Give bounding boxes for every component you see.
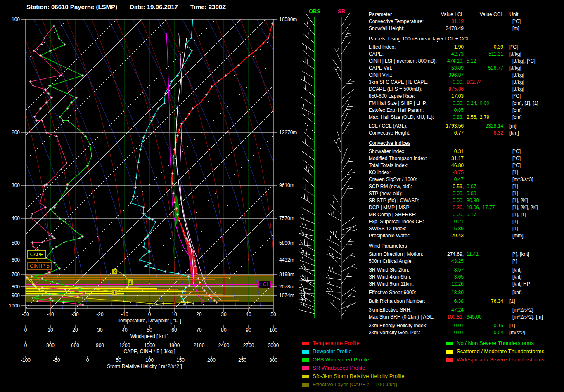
svg-text:Windspeed [ knt ]: Windspeed [ knt ] [130,333,169,339]
wind-barb [303,177,315,187]
wind-barb [328,213,341,221]
wind-barb [337,130,341,144]
legend-item: Sfc-3km Storm Relative Helicity Profile [302,372,405,380]
svg-text:1500: 1500 [144,342,155,348]
svg-text:50: 50 [147,327,152,333]
svg-text:-50: -50 [22,312,29,317]
wind-barb [341,239,351,251]
svg-text:2400: 2400 [218,342,230,348]
wind-barb [302,187,315,196]
wind-barb [301,71,315,78]
legend-item: Scattered / Moderate Thunderstorms [446,347,544,356]
svg-text:-50: -50 [53,357,60,363]
svg-text:1000: 1000 [9,303,20,309]
param-row: FM Hail Size | SHIP | LHP:0.00,0.24,0.00… [369,100,563,107]
param-row: 3km Energy Helicity Index:0.010.15[1] [369,322,563,329]
wind-barb [299,299,315,300]
param-row: Showalter Index:0.31[°C] [369,148,563,155]
wind-barb [300,226,315,231]
wind-barb [300,218,315,224]
param-row: SR Wind 4km-6km:3.65[knt] [369,274,563,281]
svg-text:600: 600 [12,257,20,263]
wind-barb [300,279,315,284]
param-row: Lifted Index:1.90-0.39[°C] [369,44,563,51]
wind-barb [341,148,347,163]
svg-text:0: 0 [24,327,27,333]
svg-text:9610m: 9610m [279,182,294,188]
legend-label: Widespread / Severe Thunderstorms [457,356,544,364]
wind-barb [341,112,348,126]
legend-item: Temperature Profile [302,339,405,347]
svg-text:-40: -40 [47,312,54,317]
svg-text:-10: -10 [121,312,128,317]
svg-text:CAPE, CINH * 5 [ J/kg ]: CAPE, CINH * 5 [ J/kg ] [123,349,175,354]
svg-text:50: 50 [270,312,276,317]
param-row: 3km Effective SRH:47.24[m^2/s^2] [369,307,563,314]
legend-swatch [446,350,453,354]
svg-text:40: 40 [246,312,251,317]
svg-text:70: 70 [196,327,202,333]
wind-barb [341,30,349,44]
param-row: Modified Thompson Index:31.17[°C] [369,155,563,162]
dewpoint-profile-markers [130,19,194,305]
param-row: SCP RM (new, old):0.59,0.07[1] [369,183,563,190]
wind-barb [303,50,315,61]
svg-text:-30: -30 [71,312,79,317]
param-row: Exp. Supercell Index CH:0.21[1] [369,218,563,225]
wind-barb [303,159,315,169]
svg-text:2100: 2100 [194,342,205,348]
legend-item: Dewpoint Profile [302,347,405,356]
wind-barb [334,67,341,81]
wind-barb [341,96,351,108]
wind-barb [301,107,315,115]
param-row: DCAPE (LFS = 500mB):875.86[J/kg] [369,86,563,93]
svg-text:3198m: 3198m [279,272,294,277]
param-row: MB Comp | SHERBE:0.00,0.17[1], [1] [369,211,563,218]
svg-text:1074m: 1074m [279,293,294,298]
wind-barb [330,204,341,215]
wind-barb [335,49,341,63]
wind-barb [341,303,351,316]
wind-barb [341,303,356,309]
wind-barb [341,41,351,54]
wind-barb [341,185,349,199]
moist-parcel-profile [179,33,222,300]
legend-swatch [302,342,309,345]
svg-text:16580m: 16580m [279,17,297,22]
svg-text:LCL: LCL [260,281,269,287]
wind-barb [302,142,315,151]
wind-barb [302,60,315,69]
profile-legend: Temperature ProfileDewpoint ProfileOBS W… [302,339,405,389]
svg-text:Storm Relative Helicity [ m^2/: Storm Relative Helicity [ m^2/s^2 ] [107,364,182,369]
param-row: SB STP (fix) | CWASP:0.00,30.30[1], [%] [369,197,563,204]
svg-text:30: 30 [97,327,103,333]
wind-barb [303,33,315,43]
svg-text:3: 3 [114,269,116,274]
svg-text:-20: -20 [96,312,104,317]
param-row: Estofex Exp. Hail Param:0.85[cm] [369,107,563,114]
legend-label: Effective Layer (CAPE >= 100 J/kg) [313,380,397,389]
svg-text:3000: 3000 [268,342,279,348]
wind-barb [299,280,315,281]
wind-barb [299,287,315,290]
svg-text:-100: -100 [21,357,31,363]
svg-text:80: 80 [221,327,227,333]
wind-barb [327,254,341,259]
wind-barb [327,293,341,300]
wind-barb [341,90,354,99]
wind-barb [341,158,350,172]
wind-barb [299,269,315,271]
wind-barb [341,293,352,305]
table-header-row: ParameterValue LCLValue CCLUnit [369,11,563,18]
wind-barb [301,97,315,106]
wind-barb [327,283,341,288]
svg-text:20: 20 [72,327,78,333]
param-row: Effective Shear 6000:18.80[knt] [369,289,563,296]
wind-barb [301,234,315,241]
svg-text:CAPE: CAPE [30,252,44,257]
wind-barb [341,264,355,272]
legend-label: Dewpoint Profile [313,347,352,356]
param-row: Snowfall Height:3478.49[m] [369,25,563,32]
legend-swatch [302,383,309,387]
sr-wind-column: SR [326,8,357,319]
